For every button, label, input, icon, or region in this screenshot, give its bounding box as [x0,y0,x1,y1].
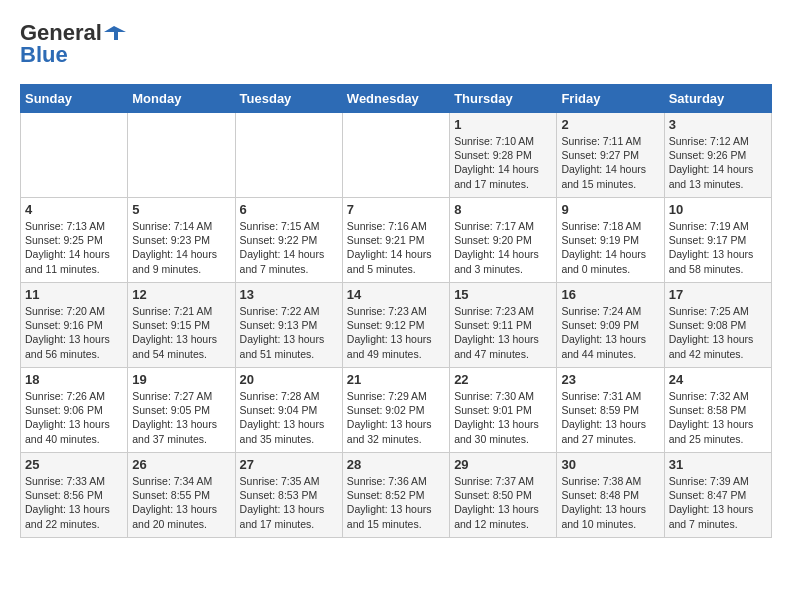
calendar-cell: 17Sunrise: 7:25 AMSunset: 9:08 PMDayligh… [664,283,771,368]
sunset-text: Sunset: 9:19 PM [561,233,659,247]
calendar-cell: 9Sunrise: 7:18 AMSunset: 9:19 PMDaylight… [557,198,664,283]
cell-content: Sunrise: 7:25 AMSunset: 9:08 PMDaylight:… [669,304,767,361]
cell-content: Sunrise: 7:27 AMSunset: 9:05 PMDaylight:… [132,389,230,446]
sunrise-text: Sunrise: 7:31 AM [561,389,659,403]
sunset-text: Sunset: 9:20 PM [454,233,552,247]
calendar-cell: 21Sunrise: 7:29 AMSunset: 9:02 PMDayligh… [342,368,449,453]
day-number: 4 [25,202,123,217]
calendar-week-row: 18Sunrise: 7:26 AMSunset: 9:06 PMDayligh… [21,368,772,453]
daylight-text: Daylight: 13 hours and 42 minutes. [669,332,767,360]
sunrise-text: Sunrise: 7:22 AM [240,304,338,318]
day-number: 10 [669,202,767,217]
sunrise-text: Sunrise: 7:35 AM [240,474,338,488]
calendar-cell: 6Sunrise: 7:15 AMSunset: 9:22 PMDaylight… [235,198,342,283]
day-number: 19 [132,372,230,387]
calendar-cell: 7Sunrise: 7:16 AMSunset: 9:21 PMDaylight… [342,198,449,283]
day-number: 16 [561,287,659,302]
day-number: 14 [347,287,445,302]
day-number: 21 [347,372,445,387]
sunset-text: Sunset: 9:15 PM [132,318,230,332]
sunset-text: Sunset: 9:11 PM [454,318,552,332]
daylight-text: Daylight: 14 hours and 17 minutes. [454,162,552,190]
daylight-text: Daylight: 13 hours and 56 minutes. [25,332,123,360]
logo-blue-text: Blue [20,42,68,68]
day-number: 28 [347,457,445,472]
sunset-text: Sunset: 9:23 PM [132,233,230,247]
day-number: 31 [669,457,767,472]
cell-content: Sunrise: 7:18 AMSunset: 9:19 PMDaylight:… [561,219,659,276]
calendar-cell: 27Sunrise: 7:35 AMSunset: 8:53 PMDayligh… [235,453,342,538]
calendar-cell: 11Sunrise: 7:20 AMSunset: 9:16 PMDayligh… [21,283,128,368]
sunset-text: Sunset: 9:01 PM [454,403,552,417]
calendar-cell: 1Sunrise: 7:10 AMSunset: 9:28 PMDaylight… [450,113,557,198]
cell-content: Sunrise: 7:21 AMSunset: 9:15 PMDaylight:… [132,304,230,361]
calendar-cell: 5Sunrise: 7:14 AMSunset: 9:23 PMDaylight… [128,198,235,283]
calendar-cell [21,113,128,198]
calendar-week-row: 25Sunrise: 7:33 AMSunset: 8:56 PMDayligh… [21,453,772,538]
sunrise-text: Sunrise: 7:38 AM [561,474,659,488]
sunrise-text: Sunrise: 7:23 AM [454,304,552,318]
daylight-text: Daylight: 13 hours and 7 minutes. [669,502,767,530]
cell-content: Sunrise: 7:11 AMSunset: 9:27 PMDaylight:… [561,134,659,191]
daylight-text: Daylight: 14 hours and 9 minutes. [132,247,230,275]
day-number: 7 [347,202,445,217]
sunset-text: Sunset: 8:47 PM [669,488,767,502]
cell-content: Sunrise: 7:13 AMSunset: 9:25 PMDaylight:… [25,219,123,276]
sunset-text: Sunset: 9:22 PM [240,233,338,247]
calendar-week-row: 1Sunrise: 7:10 AMSunset: 9:28 PMDaylight… [21,113,772,198]
calendar-cell: 24Sunrise: 7:32 AMSunset: 8:58 PMDayligh… [664,368,771,453]
sunset-text: Sunset: 9:26 PM [669,148,767,162]
sunset-text: Sunset: 9:16 PM [25,318,123,332]
day-number: 3 [669,117,767,132]
weekday-header-wednesday: Wednesday [342,85,449,113]
sunrise-text: Sunrise: 7:33 AM [25,474,123,488]
sunrise-text: Sunrise: 7:13 AM [25,219,123,233]
sunset-text: Sunset: 9:02 PM [347,403,445,417]
calendar-cell: 10Sunrise: 7:19 AMSunset: 9:17 PMDayligh… [664,198,771,283]
day-number: 17 [669,287,767,302]
cell-content: Sunrise: 7:26 AMSunset: 9:06 PMDaylight:… [25,389,123,446]
daylight-text: Daylight: 13 hours and 27 minutes. [561,417,659,445]
sunset-text: Sunset: 9:04 PM [240,403,338,417]
daylight-text: Daylight: 13 hours and 17 minutes. [240,502,338,530]
cell-content: Sunrise: 7:36 AMSunset: 8:52 PMDaylight:… [347,474,445,531]
sunset-text: Sunset: 9:09 PM [561,318,659,332]
day-number: 18 [25,372,123,387]
weekday-header-sunday: Sunday [21,85,128,113]
calendar-cell: 8Sunrise: 7:17 AMSunset: 9:20 PMDaylight… [450,198,557,283]
weekday-header-tuesday: Tuesday [235,85,342,113]
calendar-cell: 4Sunrise: 7:13 AMSunset: 9:25 PMDaylight… [21,198,128,283]
weekday-header-thursday: Thursday [450,85,557,113]
cell-content: Sunrise: 7:16 AMSunset: 9:21 PMDaylight:… [347,219,445,276]
sunset-text: Sunset: 9:21 PM [347,233,445,247]
sunrise-text: Sunrise: 7:19 AM [669,219,767,233]
sunrise-text: Sunrise: 7:17 AM [454,219,552,233]
daylight-text: Daylight: 13 hours and 54 minutes. [132,332,230,360]
sunset-text: Sunset: 8:58 PM [669,403,767,417]
sunset-text: Sunset: 8:52 PM [347,488,445,502]
cell-content: Sunrise: 7:33 AMSunset: 8:56 PMDaylight:… [25,474,123,531]
day-number: 1 [454,117,552,132]
sunset-text: Sunset: 9:27 PM [561,148,659,162]
weekday-header-row: SundayMondayTuesdayWednesdayThursdayFrid… [21,85,772,113]
day-number: 6 [240,202,338,217]
sunrise-text: Sunrise: 7:14 AM [132,219,230,233]
sunrise-text: Sunrise: 7:27 AM [132,389,230,403]
cell-content: Sunrise: 7:24 AMSunset: 9:09 PMDaylight:… [561,304,659,361]
calendar-cell: 3Sunrise: 7:12 AMSunset: 9:26 PMDaylight… [664,113,771,198]
cell-content: Sunrise: 7:35 AMSunset: 8:53 PMDaylight:… [240,474,338,531]
sunrise-text: Sunrise: 7:36 AM [347,474,445,488]
calendar-cell: 16Sunrise: 7:24 AMSunset: 9:09 PMDayligh… [557,283,664,368]
calendar-cell: 29Sunrise: 7:37 AMSunset: 8:50 PMDayligh… [450,453,557,538]
daylight-text: Daylight: 14 hours and 0 minutes. [561,247,659,275]
cell-content: Sunrise: 7:38 AMSunset: 8:48 PMDaylight:… [561,474,659,531]
cell-content: Sunrise: 7:34 AMSunset: 8:55 PMDaylight:… [132,474,230,531]
calendar-cell: 31Sunrise: 7:39 AMSunset: 8:47 PMDayligh… [664,453,771,538]
sunset-text: Sunset: 9:28 PM [454,148,552,162]
cell-content: Sunrise: 7:29 AMSunset: 9:02 PMDaylight:… [347,389,445,446]
cell-content: Sunrise: 7:31 AMSunset: 8:59 PMDaylight:… [561,389,659,446]
day-number: 11 [25,287,123,302]
calendar-cell [235,113,342,198]
daylight-text: Daylight: 13 hours and 32 minutes. [347,417,445,445]
sunrise-text: Sunrise: 7:23 AM [347,304,445,318]
